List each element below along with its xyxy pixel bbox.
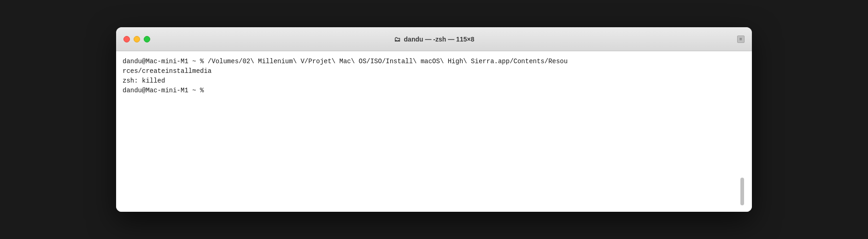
title-bar-action-button[interactable] <box>737 36 745 43</box>
minimize-button[interactable] <box>134 36 140 42</box>
terminal-window: 🗂 dandu — -zsh — 115×8 dandu@Mac-mini-M1… <box>116 27 752 212</box>
close-button[interactable] <box>123 36 130 42</box>
scrollbar-track[interactable] <box>739 57 745 206</box>
maximize-button[interactable] <box>144 36 150 42</box>
title-bar-title: 🗂 dandu — -zsh — 115×8 <box>394 36 475 43</box>
window-title: dandu — -zsh — 115×8 <box>404 36 475 43</box>
scrollbar-thumb[interactable] <box>740 178 744 205</box>
title-bar: 🗂 dandu — -zsh — 115×8 <box>116 27 752 51</box>
terminal-body[interactable]: dandu@Mac-mini-M1 ~ % /Volumes/02\ Mille… <box>116 51 752 212</box>
terminal-output: dandu@Mac-mini-M1 ~ % /Volumes/02\ Mille… <box>123 57 739 206</box>
folder-icon: 🗂 <box>394 36 400 43</box>
traffic-lights <box>123 36 150 42</box>
